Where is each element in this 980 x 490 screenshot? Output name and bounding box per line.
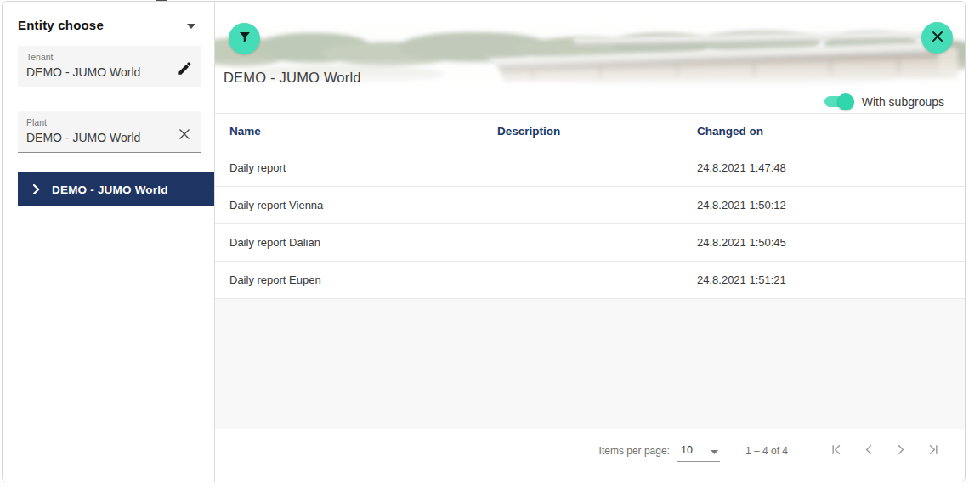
previous-page-icon (863, 443, 875, 459)
sidebar-tree-item-selected[interactable]: DEMO - JUMO World (18, 172, 214, 206)
tenant-field[interactable]: Tenant DEMO - JUMO World (18, 46, 201, 87)
cell-changed-on: 24.8.2021 1:50:45 (697, 236, 965, 249)
main-panel: DEMO - JUMO World With subgroups Name De… (215, 2, 965, 482)
last-page-button[interactable] (921, 440, 943, 462)
plant-field[interactable]: Plant DEMO - JUMO World (18, 111, 201, 153)
entity-choose-dialog: Entity choose Tenant DEMO - JUMO World (2, 1, 966, 482)
with-subgroups-label: With subgroups (862, 95, 944, 109)
paginator-range-label: 1 – 4 of 4 (745, 445, 788, 457)
tenant-field-value: DEMO - JUMO World (26, 65, 171, 79)
table-row[interactable]: Daily report Eupen 24.8.2021 1:51:21 (215, 262, 965, 299)
cell-name: Daily report (229, 161, 497, 174)
items-per-page-label: Items per page: (599, 445, 670, 457)
banner: DEMO - JUMO World (215, 2, 965, 90)
clear-x-icon (178, 127, 191, 144)
sidebar-collapse-button[interactable] (182, 17, 201, 32)
tenant-edit-button[interactable] (174, 59, 195, 80)
plant-clear-button[interactable] (174, 125, 195, 145)
subgroups-toggle-row: With subgroups (215, 90, 965, 113)
panel-title: DEMO - JUMO World (224, 70, 361, 86)
plant-field-label: Plant (26, 117, 195, 127)
reports-table: Name Description Changed on Daily report… (215, 113, 965, 299)
with-subgroups-toggle[interactable] (824, 96, 852, 107)
table-row[interactable]: Daily report Dalian 24.8.2021 1:50:45 (215, 224, 965, 262)
cell-name: Daily report Vienna (229, 199, 497, 211)
sidebar-title: Entity choose (18, 18, 104, 32)
cell-changed-on: 24.8.2021 1:47:48 (697, 161, 965, 174)
cell-changed-on: 24.8.2021 1:51:21 (697, 273, 965, 286)
column-header-changed-on[interactable]: Changed on (697, 125, 965, 138)
paginator: Items per page: 10 1 – 4 of 4 (215, 429, 965, 482)
chevron-right-icon[interactable] (33, 184, 40, 194)
caret-down-icon (187, 19, 195, 31)
table-header-row: Name Description Changed on (215, 113, 965, 149)
caret-down-icon (711, 442, 718, 458)
close-x-icon (931, 30, 944, 46)
table-empty-area (215, 299, 965, 429)
next-page-button[interactable] (889, 440, 911, 462)
cell-name: Daily report Eupen (229, 273, 497, 286)
table-row[interactable]: Daily report 24.8.2021 1:47:48 (215, 149, 965, 187)
cell-changed-on: 24.8.2021 1:50:12 (697, 199, 965, 211)
items-per-page-select[interactable]: 10 (677, 441, 720, 462)
last-page-icon (926, 443, 938, 459)
table-row[interactable]: Daily report Vienna 24.8.2021 1:50:12 (215, 187, 965, 224)
filter-funnel-icon (237, 30, 252, 48)
close-button[interactable] (921, 22, 953, 54)
app-window: Entity choose Tenant DEMO - JUMO World (0, 0, 980, 490)
next-page-icon (894, 443, 907, 459)
cell-name: Daily report Dalian (229, 236, 497, 249)
pencil-icon (177, 60, 193, 79)
first-page-icon (831, 443, 844, 459)
toggle-thumb[interactable] (837, 93, 854, 110)
column-header-name[interactable]: Name (229, 125, 497, 138)
sidebar-tree-item-label: DEMO - JUMO World (52, 183, 168, 196)
first-page-button[interactable] (826, 440, 848, 462)
filter-button[interactable] (229, 23, 260, 54)
items-per-page-value: 10 (681, 444, 693, 456)
tenant-field-label: Tenant (26, 52, 195, 62)
previous-page-button[interactable] (858, 440, 880, 462)
sidebar: Entity choose Tenant DEMO - JUMO World (3, 2, 215, 482)
plant-field-value: DEMO - JUMO World (26, 131, 171, 144)
column-header-description[interactable]: Description (497, 125, 697, 138)
